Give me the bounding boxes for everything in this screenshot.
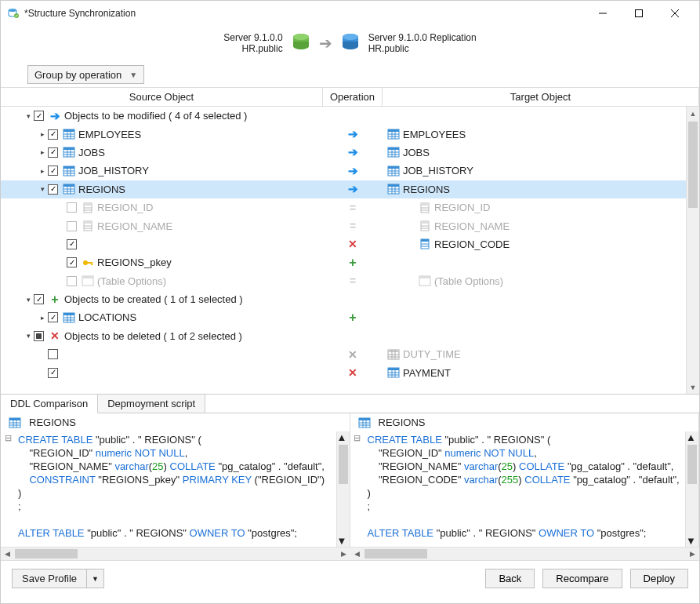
modify-op-icon: ➔ — [348, 164, 358, 178]
collapse-icon[interactable]: ▾ — [23, 332, 34, 340]
ddl-target-code[interactable]: CREATE TABLE "public" . " REGIONS" ( "RE… — [365, 431, 686, 547]
group-label: Objects to be created ( 1 of 1 selected … — [64, 293, 243, 305]
scrollbar-thumb[interactable] — [688, 122, 698, 208]
group-created-header[interactable]: ▾ + Objects to be created ( 1 of 1 selec… — [1, 290, 686, 308]
group-by-dropdown[interactable]: Group by operation ▼ — [27, 65, 144, 84]
tree-vertical-scrollbar[interactable]: ▲ ▼ — [686, 107, 699, 394]
checkbox[interactable] — [67, 257, 77, 267]
checkbox[interactable] — [48, 184, 58, 195]
delete-op-icon: ✕ — [348, 366, 357, 379]
ddl-target-scrollbar[interactable]: ▲ ▼ — [685, 431, 698, 547]
table-row[interactable]: ▸ JOB_HISTORY ➔ JOB_HISTORY — [1, 162, 686, 180]
table-row[interactable]: ▸ LOCATIONS + — [1, 308, 686, 326]
add-op-icon: + — [349, 311, 356, 325]
column-row[interactable]: REGION_NAME = REGION_NAME — [1, 216, 686, 235]
svg-rect-41 — [388, 166, 399, 169]
table-row[interactable]: ✕ PAYMENT — [1, 363, 686, 381]
back-button[interactable]: Back — [485, 569, 535, 588]
collapse-icon[interactable]: ▾ — [37, 185, 48, 193]
bottom-tabs: DDL Comparison Depmoyment script — [1, 394, 699, 413]
group-modified-header[interactable]: ▾ ➔ Objects to be modified ( 4 of 4 sele… — [1, 107, 686, 125]
table-icon — [387, 367, 400, 378]
maximize-button[interactable] — [621, 2, 657, 25]
collapse-icon[interactable]: ▾ — [23, 112, 34, 120]
source-schema-name: HR.public — [223, 43, 282, 54]
object-name: JOBS — [78, 147, 105, 158]
column-icon — [419, 202, 431, 213]
chevron-down-icon[interactable]: ▼ — [87, 569, 103, 588]
svg-rect-29 — [388, 147, 399, 150]
options-row[interactable]: (Table Options) = (Table Options) — [1, 272, 686, 290]
expand-icon[interactable]: ▸ — [37, 130, 48, 138]
checkbox[interactable] — [48, 166, 58, 176]
scroll-up-icon[interactable]: ▲ — [687, 107, 699, 120]
object-name: REGIONS — [403, 184, 450, 195]
close-button[interactable] — [657, 2, 693, 25]
checkbox[interactable] — [67, 221, 77, 231]
column-source-header[interactable]: Source Object — [1, 88, 323, 106]
checkbox[interactable] — [67, 202, 77, 213]
delete-op-icon: ✕ — [348, 348, 357, 361]
toolbar: Group by operation ▼ — [1, 62, 699, 87]
object-name: JOB_HISTORY — [78, 165, 149, 176]
ddl-source-code[interactable]: CREATE TABLE "public" . " REGIONS" ( "RE… — [15, 431, 336, 547]
recompare-button[interactable]: Recompare — [542, 569, 622, 588]
column-row[interactable]: ✕ REGION_CODE — [1, 235, 686, 253]
fold-gutter[interactable]: ⊟ — [350, 431, 365, 547]
fold-gutter[interactable]: ⊟ — [1, 431, 15, 547]
table-row[interactable]: ▸ EMPLOYEES ➔ EMPLOYEES — [1, 125, 686, 143]
save-profile-button[interactable]: Save Profile ▼ — [12, 569, 104, 588]
delete-icon: ✕ — [49, 330, 61, 341]
checkbox[interactable] — [48, 349, 58, 359]
checkbox[interactable] — [48, 312, 58, 322]
chevron-down-icon: ▼ — [129, 71, 137, 79]
checkbox[interactable] — [34, 294, 44, 304]
database-icon — [340, 33, 361, 53]
ddl-source-scrollbar[interactable]: ▲ ▼ — [336, 431, 350, 547]
checkbox[interactable] — [48, 368, 58, 378]
svg-rect-59 — [84, 203, 92, 206]
column-row[interactable]: REGION_ID = REGION_ID — [1, 198, 686, 216]
arrow-right-icon: ➔ — [49, 111, 61, 122]
table-row[interactable]: ✕ DUTY_TIME — [1, 345, 686, 363]
sync-direction-arrow-icon: ➔ — [319, 34, 332, 53]
object-name: REGION_NAME — [97, 220, 172, 232]
group-deleted-header[interactable]: ▾ ✕ Objects to be deleted ( 1 of 2 selec… — [1, 327, 686, 345]
checkbox[interactable] — [34, 331, 44, 341]
tab-deployment-script[interactable]: Depmoyment script — [98, 395, 205, 413]
expand-icon[interactable]: ▸ — [37, 167, 48, 175]
table-row[interactable]: ▸ JOBS ➔ JOBS — [1, 144, 686, 162]
object-name: JOBS — [403, 147, 430, 158]
expand-icon[interactable]: ▸ — [37, 148, 48, 156]
column-operation-header[interactable]: Operation — [323, 88, 383, 106]
deploy-button[interactable]: Deploy — [630, 569, 688, 588]
collapse-icon[interactable]: ▾ — [23, 296, 34, 304]
checkbox[interactable] — [67, 276, 77, 286]
checkbox[interactable] — [67, 239, 77, 249]
table-icon — [9, 417, 21, 428]
table-row[interactable]: ▾ REGIONS ➔ REGIONS — [1, 180, 686, 198]
checkbox[interactable] — [48, 147, 58, 158]
tab-ddl-comparison[interactable]: DDL Comparison — [1, 395, 98, 413]
target-server-name: Server 9.1.0.0 Replication — [368, 32, 477, 43]
ddl-source-hscrollbar[interactable]: ◀▶ — [1, 547, 350, 560]
checkbox[interactable] — [34, 111, 44, 121]
svg-rect-75 — [421, 239, 429, 242]
table-icon — [82, 275, 94, 286]
object-tree[interactable]: ▾ ➔ Objects to be modified ( 4 of 4 sele… — [1, 107, 686, 394]
column-target-header[interactable]: Target Object — [383, 88, 699, 106]
ddl-source-title: REGIONS — [29, 417, 76, 428]
scroll-down-icon[interactable]: ▼ — [687, 380, 699, 394]
svg-rect-86 — [63, 313, 74, 315]
modify-op-icon: ➔ — [348, 145, 358, 159]
svg-rect-63 — [421, 203, 429, 206]
plus-icon: + — [49, 294, 61, 305]
table-icon — [358, 417, 371, 428]
object-name: REGION_ID — [97, 202, 154, 213]
ddl-target-hscrollbar[interactable]: ◀▶ — [350, 547, 700, 560]
key-row[interactable]: REGIONS_pkey + — [1, 253, 686, 271]
checkbox[interactable] — [48, 129, 58, 140]
minimize-button[interactable] — [585, 2, 621, 25]
table-icon — [387, 166, 400, 176]
expand-icon[interactable]: ▸ — [37, 314, 48, 322]
